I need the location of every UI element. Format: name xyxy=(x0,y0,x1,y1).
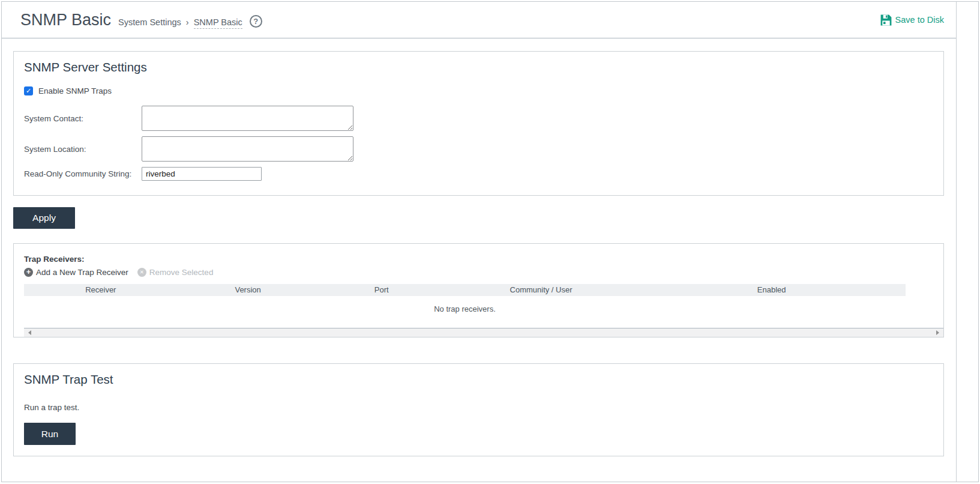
remove-selected-button[interactable]: ✕ Remove Selected xyxy=(137,268,214,277)
add-circle-plus-icon: + xyxy=(24,268,33,277)
save-to-disk-button[interactable]: Save to Disk xyxy=(880,14,944,26)
enable-snmp-traps-row: ✓ Enable SNMP Traps xyxy=(24,86,933,95)
breadcrumb-current[interactable]: SNMP Basic xyxy=(194,17,242,29)
apply-button[interactable]: Apply xyxy=(13,207,75,229)
column-header-version: Version xyxy=(178,284,319,296)
community-string-row: Read-Only Community String: xyxy=(24,167,933,181)
page-title: SNMP Basic xyxy=(20,11,111,29)
column-header-receiver: Receiver xyxy=(24,284,178,296)
page-header: SNMP Basic System Settings › SNMP Basic … xyxy=(2,2,956,38)
empty-table-message: No trap receivers. xyxy=(24,296,906,323)
breadcrumb-parent: System Settings xyxy=(118,17,181,27)
system-contact-row: System Contact: xyxy=(24,106,933,131)
trap-receivers-toolbar: + Add a New Trap Receiver ✕ Remove Selec… xyxy=(24,268,933,277)
system-location-row: System Location: xyxy=(24,136,933,162)
community-string-field[interactable] xyxy=(142,167,262,181)
trap-receivers-table-header: Receiver Version Port Community / User E… xyxy=(24,284,906,296)
run-button[interactable]: Run xyxy=(24,423,76,445)
trap-receivers-panel: Trap Receivers: + Add a New Trap Receive… xyxy=(13,243,944,337)
system-contact-field[interactable] xyxy=(142,106,353,131)
system-location-label: System Location: xyxy=(24,145,142,154)
snmp-trap-test-panel: SNMP Trap Test Run a trap test. Run xyxy=(13,363,944,456)
save-to-disk-label: Save to Disk xyxy=(895,15,944,25)
community-string-label: Read-Only Community String: xyxy=(24,169,142,178)
header-title-group: SNMP Basic System Settings › SNMP Basic … xyxy=(20,11,262,29)
enable-snmp-traps-label: Enable SNMP Traps xyxy=(38,86,112,95)
page-frame: SNMP Basic System Settings › SNMP Basic … xyxy=(1,1,979,482)
system-contact-label: System Contact: xyxy=(24,114,142,123)
remove-selected-label: Remove Selected xyxy=(149,268,214,277)
content-area: SNMP Basic System Settings › SNMP Basic … xyxy=(2,2,957,482)
breadcrumb: System Settings › SNMP Basic xyxy=(118,17,242,29)
server-settings-heading: SNMP Server Settings xyxy=(24,60,933,74)
horizontal-scrollbar[interactable] xyxy=(24,328,943,337)
trap-test-description: Run a trap test. xyxy=(24,403,933,412)
system-location-field[interactable] xyxy=(142,136,353,162)
scroll-left-arrow-icon[interactable] xyxy=(28,330,31,335)
trap-receivers-heading: Trap Receivers: xyxy=(24,255,933,264)
enable-snmp-traps-checkbox[interactable]: ✓ xyxy=(24,86,33,95)
remove-circle-x-icon: ✕ xyxy=(137,268,146,277)
column-header-community-user: Community / User xyxy=(445,284,638,296)
column-header-enabled: Enabled xyxy=(637,284,906,296)
breadcrumb-separator-icon: › xyxy=(186,17,189,27)
trap-test-heading: SNMP Trap Test xyxy=(24,372,933,387)
add-trap-receiver-button[interactable]: + Add a New Trap Receiver xyxy=(24,268,128,277)
help-icon[interactable]: ? xyxy=(250,15,262,28)
column-header-port: Port xyxy=(319,284,445,296)
snmp-server-settings-panel: SNMP Server Settings ✓ Enable SNMP Traps… xyxy=(13,51,944,196)
scroll-right-arrow-icon[interactable] xyxy=(936,330,939,335)
add-trap-receiver-label: Add a New Trap Receiver xyxy=(36,268,128,277)
save-disk-icon xyxy=(880,14,892,26)
